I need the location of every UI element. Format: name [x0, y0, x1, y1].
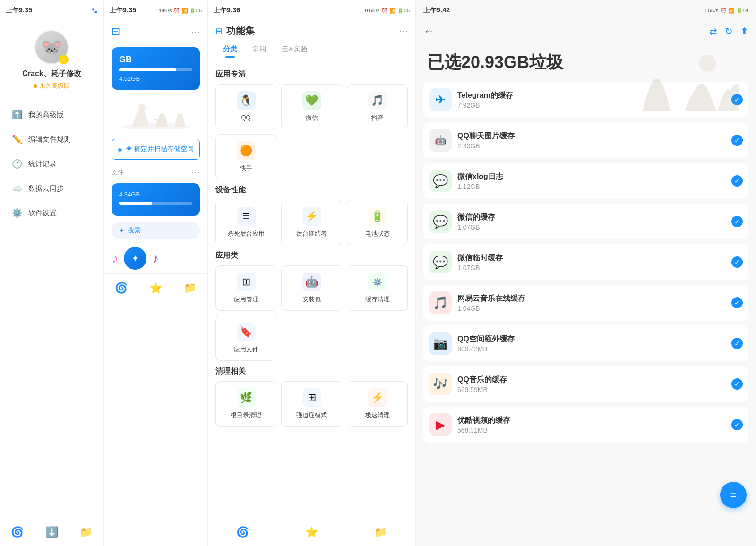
fan-icon-3[interactable]: 🌀 — [236, 526, 249, 538]
menu-item-premium[interactable]: ⬆️ 我的高级版 — [0, 102, 103, 127]
status-right-3: 0.6K/s ⏰ 📶 🔋55 — [365, 8, 410, 14]
desert-bg-svg — [614, 21, 756, 115]
tab-common[interactable]: 常用 — [245, 41, 274, 58]
youku-info: 优酷视频的缓存 568.31MB — [457, 416, 726, 434]
douyin-label: 抖音 — [371, 114, 384, 122]
search-label: 搜索 — [128, 226, 141, 235]
grid-icon: ⊞ — [215, 26, 223, 36]
wechat-cache-app-icon: 💬 — [429, 210, 452, 233]
menu-item-file-rules[interactable]: ✏️ 编辑文件规则 — [0, 127, 103, 152]
wechat-icon: 💚 — [302, 91, 321, 110]
music-note-icon-1: ♪ — [112, 251, 118, 266]
wechat-temp-info: 微信临时缓存 1.07GB — [457, 253, 726, 272]
feature-wechat[interactable]: 💚 微信 — [281, 84, 342, 129]
junk-item-wechat-temp[interactable]: 💬 微信临时缓存 1.07GB ✓ — [423, 244, 748, 280]
junk-item-qq-chat[interactable]: 🤖 QQ聊天图片缓存 2.30GB ✓ — [423, 122, 748, 158]
panel2-bottom-nav: 🌀 ⭐ 📁 — [104, 273, 207, 302]
scan-storage-button[interactable]: ◈ ◈ 确定并扫描存储空间 — [112, 139, 200, 160]
feature-app-files[interactable]: 🔖 应用文件 — [215, 316, 276, 361]
kuaishou-icon: 🟠 — [237, 141, 256, 160]
ocd-mode-label: 强迫症模式 — [296, 411, 327, 419]
app-type-grid: ⊞ 应用管理 🤖 安装包 ⚙️ 缓存清理 🔖 应用文件 — [215, 265, 408, 361]
wechat-xlog-check-icon[interactable]: ✓ — [731, 175, 743, 187]
feature-battery[interactable]: 🔋 电池状态 — [347, 200, 408, 245]
wechat-cache-check-icon[interactable]: ✓ — [731, 216, 743, 227]
status-icons-1: 🐾 — [91, 8, 98, 14]
status-bar-1: 上午9:35 🐾 — [0, 0, 103, 21]
user-level-text: 永久高级版 — [39, 82, 70, 90]
cloud-sync-icon: ☁️ — [11, 183, 23, 194]
feature-root-clean[interactable]: 🌿 根目录清理 — [215, 381, 276, 427]
feature-kuaishou[interactable]: 🟠 快手 — [215, 134, 276, 179]
feature-app-mgr[interactable]: ⊞ 应用管理 — [215, 265, 276, 311]
qq-chat-size: 2.30GB — [457, 142, 726, 150]
netease-size: 1.04GB — [457, 305, 726, 312]
kill-bg-icon: ☰ — [237, 207, 256, 226]
youku-check-icon[interactable]: ✓ — [731, 419, 743, 430]
telegram-app-icon: ✈ — [429, 88, 452, 111]
feature-fast-clean[interactable]: ⚡ 极速清理 — [347, 381, 408, 427]
desert-illustration — [112, 98, 200, 131]
netease-check-icon[interactable]: ✓ — [731, 297, 743, 308]
star-icon[interactable]: ⭐ — [149, 282, 162, 294]
menu-label-file-rules: 编辑文件规则 — [28, 135, 71, 144]
folder-icon-2[interactable]: 📁 — [184, 282, 197, 294]
storage-card-1: GB 4.52GB — [112, 47, 200, 90]
status-bar-2: 上午9:35 149K/s ⏰ 📶 🔋55 — [104, 0, 207, 21]
file-more-dots[interactable]: ⋯ — [191, 167, 200, 178]
qq-space-check-icon[interactable]: ✓ — [731, 338, 743, 349]
music-play-button[interactable]: ✦ — [124, 247, 146, 270]
music-player-item: ♪ ✦ ♪ — [104, 243, 207, 273]
menu-item-stats[interactable]: 🕐 统计记录 — [0, 152, 103, 176]
feature-ocd-mode[interactable]: ⊞ 强迫症模式 — [281, 381, 342, 427]
wechat-temp-check-icon[interactable]: ✓ — [731, 256, 743, 268]
search-button[interactable]: ✦ 搜索 — [112, 222, 200, 239]
feature-cache-clean[interactable]: ⚙️ 缓存清理 — [347, 265, 408, 311]
folder-icon-3[interactable]: 📁 — [374, 526, 387, 538]
netease-app-icon: 🎵 — [429, 291, 452, 314]
feature-kill-bg[interactable]: ☰ 杀死后台应用 — [215, 200, 276, 245]
qq-music-check-icon[interactable]: ✓ — [731, 378, 743, 390]
junk-item-qq-music[interactable]: 🎶 QQ音乐的缓存 629.59MB ✓ — [423, 366, 748, 402]
fan-icon-2[interactable]: 🌀 — [115, 282, 128, 294]
menu-label-stats: 统计记录 — [28, 160, 57, 169]
panel3-content: 应用专清 🐧 QQ 💚 微信 🎵 抖音 🟠 快手 设备性能 ☰ — [208, 58, 415, 518]
avatar-badge-icon: ⭐ — [59, 55, 69, 64]
cache-clean-icon: ⚙️ — [368, 273, 387, 291]
feature-center-panel: 上午9:36 0.6K/s ⏰ 📶 🔋55 ⊞ 功能集 ⋯ 分类 常用 云&实验… — [208, 0, 416, 546]
star-icon-3[interactable]: ⭐ — [305, 526, 318, 538]
wechat-label: 微信 — [306, 114, 318, 122]
qq-chat-check-icon[interactable]: ✓ — [731, 135, 743, 146]
feature-bg-terminator[interactable]: ⚡ 后台终结者 — [281, 200, 342, 245]
back-button[interactable]: ← — [423, 25, 435, 38]
apk-label: 安装包 — [302, 295, 321, 304]
fan-icon[interactable]: 🌀 — [11, 526, 24, 538]
tab-cloud-experiment[interactable]: 云&实验 — [274, 41, 315, 58]
junk-item-netease-music[interactable]: 🎵 网易云音乐在线缓存 1.04GB ✓ — [423, 285, 748, 321]
panel3-bottom-nav: 🌀 ⭐ 📁 — [208, 518, 415, 546]
junk-item-qq-space[interactable]: 📷 QQ空间额外缓存 800.42MB ✓ — [423, 325, 748, 361]
youku-app-icon: ▶ — [429, 413, 452, 436]
menu-list: ⬆️ 我的高级版 ✏️ 编辑文件规则 🕐 统计记录 ☁️ 数据云同步 ⚙️ 软件… — [0, 98, 103, 518]
feature-douyin[interactable]: 🎵 抖音 — [347, 84, 408, 129]
apk-icon: 🤖 — [302, 273, 321, 291]
menu-item-cloud-sync[interactable]: ☁️ 数据云同步 — [0, 176, 103, 201]
download-icon[interactable]: ⬇️ — [45, 526, 58, 538]
menu-label-cloud-sync: 数据云同步 — [28, 184, 64, 193]
status-time-1: 上午9:35 — [6, 6, 32, 15]
junk-item-youku[interactable]: ▶ 优酷视频的缓存 568.31MB ✓ — [423, 407, 748, 443]
folder-icon[interactable]: 📁 — [80, 526, 93, 538]
feature-apk[interactable]: 🤖 安装包 — [281, 265, 342, 311]
panel3-more-button[interactable]: ⋯ — [399, 26, 408, 36]
panel2-more-button[interactable]: ⋯ — [191, 26, 200, 37]
settings-icon: ⚙️ — [11, 207, 23, 219]
fab-button[interactable]: ≡ — [720, 482, 747, 508]
tab-category[interactable]: 分类 — [215, 41, 245, 58]
storage-bar-1 — [119, 68, 192, 71]
feature-qq[interactable]: 🐧 QQ — [215, 84, 276, 129]
panel3-header: ⊞ 功能集 ⋯ — [208, 21, 415, 41]
junk-item-wechat-xlog[interactable]: 💬 微信xlog日志 1.12GB ✓ — [423, 163, 748, 199]
section-title-device: 设备性能 — [215, 185, 408, 195]
menu-item-settings[interactable]: ⚙️ 软件设置 — [0, 201, 103, 225]
junk-item-wechat-cache[interactable]: 💬 微信的缓存 1.07GB ✓ — [423, 204, 748, 239]
